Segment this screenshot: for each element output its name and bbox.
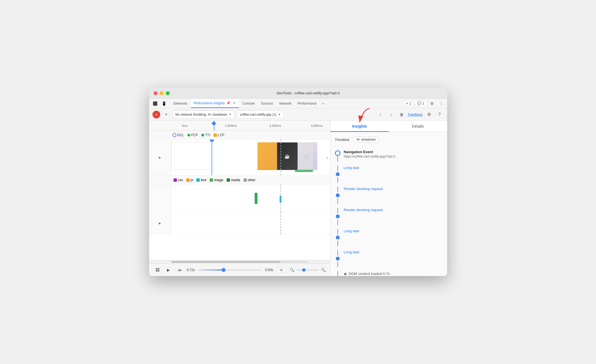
- legend-lcp: LCP: [212, 133, 226, 138]
- main-thread-label[interactable]: ▶: [149, 212, 171, 234]
- timeline-cursor: [212, 140, 212, 175]
- long-task-link-3[interactable]: Long task: [344, 250, 359, 254]
- navigation-event-url: https://coffee-cart.netlify.app/?ad=1: [344, 155, 443, 158]
- more-options-icon[interactable]: ⋮: [437, 100, 445, 107]
- event-line-bot-4: [337, 241, 338, 246]
- toolbar-right: ↑ ↓ 🗑 Feedback ⚙ ?: [376, 110, 444, 119]
- error-icon: ✕: [405, 102, 408, 105]
- navigation-event-title: Navigation Event: [344, 150, 443, 154]
- minimize-button[interactable]: [160, 91, 164, 95]
- dropdown-arrow-icon[interactable]: ▼: [162, 111, 170, 118]
- time-range-slider[interactable]: [198, 269, 262, 271]
- early-screenshot: [171, 142, 210, 170]
- url-dropdown[interactable]: coffee-cart.netlify.app (1) ▼: [237, 110, 284, 119]
- throttle-label: Throttled:: [335, 138, 350, 142]
- zoom-in-icon[interactable]: 🔍: [321, 268, 326, 272]
- tab-performance-insights[interactable]: Performance insights 📌 ✕: [191, 99, 239, 108]
- skip-start-icon[interactable]: ⏮: [176, 266, 184, 274]
- panel-body: Throttled: 4× slowdown Navigation Event …: [330, 132, 447, 276]
- scrollbar-track[interactable]: [171, 261, 308, 263]
- event-line-top-2: [337, 187, 338, 192]
- settings-gear-icon[interactable]: ⚙: [425, 110, 433, 119]
- close-button[interactable]: [154, 91, 157, 95]
- ruler-mark-0ms: 0ms: [182, 124, 188, 127]
- settings-icon[interactable]: ⚙: [428, 100, 436, 107]
- slider-thumb[interactable]: [222, 268, 226, 272]
- dashed-cursor-line: [281, 140, 281, 175]
- event-text-1: Long task: [344, 165, 443, 173]
- row-expand-arrow[interactable]: ▶: [159, 156, 161, 159]
- panel-tabs: Insights Details: [330, 121, 447, 132]
- maximize-button[interactable]: [166, 91, 170, 95]
- css-swatch: [174, 178, 177, 182]
- event-timeline: Navigation Event https://coffee-cart.net…: [335, 148, 443, 276]
- long-task-link-2[interactable]: Long task: [344, 229, 359, 233]
- main-thread-expand-icon[interactable]: ▶: [159, 222, 161, 225]
- event-connector-3: [335, 207, 340, 225]
- screenshots-row: ▶ 🛒: [149, 140, 330, 176]
- zoom-out-icon[interactable]: 🔍: [290, 268, 294, 272]
- tab-performance[interactable]: Performance: [295, 99, 319, 108]
- record-button[interactable]: ●: [152, 111, 160, 118]
- row-label-expand[interactable]: ▶: [149, 140, 171, 175]
- device-icon[interactable]: 📱: [160, 100, 168, 107]
- timeline-legend-bar: DCL FCP TTI LCP: [149, 131, 330, 140]
- dom-loaded-link[interactable]: DOM content loaded 0.7s: [349, 272, 390, 276]
- dom-content-row: ◉ DOM content loaded 0.7s: [344, 272, 443, 276]
- zoom-controls: 🔍 🔍: [290, 268, 326, 272]
- devtools-window: DevTools - coffee-cart.netlify.app/?ad=1…: [149, 88, 447, 276]
- screenshot-toggle-icon[interactable]: 🖼: [154, 266, 161, 274]
- long-task-link-1[interactable]: Long task: [344, 166, 359, 170]
- speed-badge[interactable]: x1: [277, 267, 286, 273]
- timeline-scrollbar[interactable]: [149, 260, 330, 263]
- js-swatch: [186, 178, 190, 182]
- title-bar: DevTools - coffee-cart.netlify.app/?ad=1: [149, 88, 447, 98]
- image-swatch: [210, 178, 213, 182]
- event-connector-navigation: [335, 150, 340, 161]
- svg-point-3: [201, 134, 204, 136]
- time-start-label: 0.72s: [187, 268, 195, 272]
- event-text-navigation: Navigation Event https://coffee-cart.net…: [344, 150, 443, 162]
- event-line-bot-1: [337, 177, 338, 183]
- errors-badge-button[interactable]: ✕ 1: [403, 101, 414, 106]
- row-expand-right-arrow[interactable]: ›: [326, 155, 328, 160]
- play-button[interactable]: ▶: [165, 266, 172, 274]
- cursor-icon[interactable]: ⬛: [151, 100, 159, 107]
- dot-icon-4: [336, 236, 340, 239]
- render-blocking-link-1[interactable]: Render blocking request: [344, 187, 383, 191]
- more-tabs-button[interactable]: »: [321, 100, 325, 107]
- event-text-2: Render blocking request: [344, 186, 443, 194]
- other-swatch: [244, 178, 247, 182]
- event-line-top-1: [337, 166, 338, 171]
- tab-details[interactable]: Details: [389, 121, 447, 132]
- zoom-slider[interactable]: [297, 269, 319, 271]
- event-text-4: Long task: [344, 228, 443, 237]
- feedback-link[interactable]: Feedback: [408, 113, 423, 117]
- insights-panel: Insights Details Throttled: 4× slowdown: [330, 121, 447, 276]
- dot-icon-5: [336, 257, 340, 261]
- timeline-rows[interactable]: ▶ 🛒: [149, 140, 330, 260]
- main-content: 0ms 1,600ms 3,200ms 4,800ms DCL: [149, 121, 447, 276]
- tab-console[interactable]: Console: [240, 99, 257, 108]
- delete-icon[interactable]: 🗑: [397, 110, 406, 119]
- help-icon[interactable]: ?: [435, 110, 444, 119]
- render-blocking-link-2[interactable]: Render blocking request: [344, 208, 383, 212]
- legend-css: css: [174, 178, 183, 182]
- dcl-icon: [172, 133, 176, 137]
- scrollbar-thumb[interactable]: [171, 261, 281, 263]
- download-icon[interactable]: ↓: [387, 110, 395, 119]
- event-text-5: Long task: [344, 249, 443, 258]
- tab-network[interactable]: Network: [276, 99, 294, 108]
- tab-insights[interactable]: Insights: [330, 121, 389, 132]
- message-icon: 💬: [417, 102, 422, 105]
- dot-icon-2: [336, 193, 340, 197]
- font-swatch: [196, 178, 200, 182]
- messages-badge-button[interactable]: 💬 1: [415, 101, 427, 106]
- zoom-thumb[interactable]: [302, 268, 305, 272]
- tab-elements[interactable]: Elements: [171, 99, 190, 108]
- tab-close-icon[interactable]: ✕: [232, 101, 236, 105]
- export-icon[interactable]: ↑: [376, 110, 385, 119]
- tab-sources[interactable]: Sources: [258, 99, 276, 108]
- throttling-dropdown[interactable]: No network throttling, 4× slowdown ▼: [172, 110, 235, 119]
- event-long-task-2: Long task: [335, 227, 443, 248]
